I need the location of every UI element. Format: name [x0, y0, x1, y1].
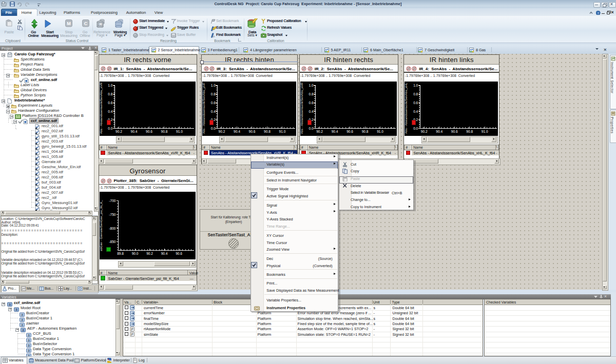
- svg-text:a: a: [28, 333, 30, 337]
- svg-text:M: M: [67, 21, 71, 26]
- svg-text:P: P: [131, 328, 133, 331]
- svg-text:a: a: [15, 308, 17, 311]
- svg-text:C: C: [84, 21, 87, 26]
- svg-text:a: a: [21, 323, 23, 327]
- svg-text:a: a: [21, 313, 23, 316]
- svg-text:a: a: [9, 302, 11, 306]
- svg-text:a: a: [21, 318, 23, 321]
- svg-text:P: P: [131, 333, 133, 336]
- svg-text:f: f: [137, 26, 139, 30]
- svg-text:a: a: [28, 343, 30, 347]
- svg-text:a: a: [22, 328, 24, 332]
- svg-text:?: ?: [598, 11, 599, 14]
- svg-text:R: R: [99, 23, 102, 26]
- svg-text:a: a: [28, 349, 30, 352]
- svg-text:a: a: [28, 338, 30, 342]
